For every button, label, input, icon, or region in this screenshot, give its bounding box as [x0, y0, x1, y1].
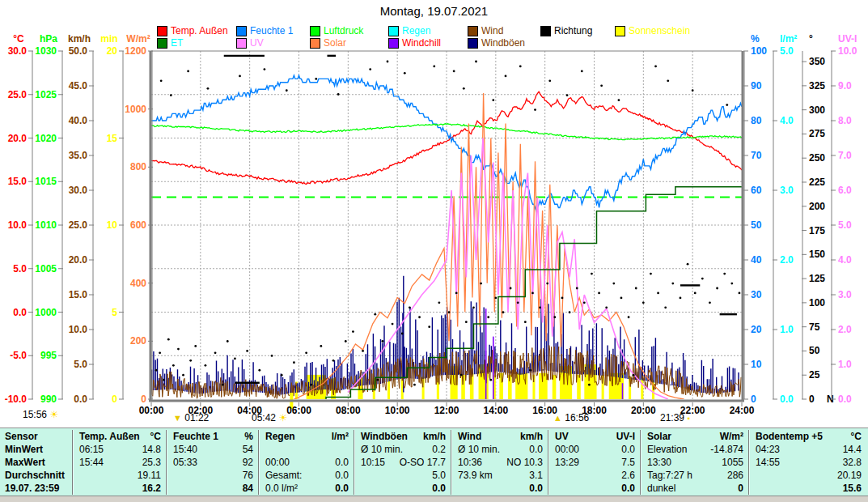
annotation-moon-set: ▼ 01:22: [173, 412, 209, 423]
axis-tick-label: 20: [107, 45, 118, 57]
axis-tick-label: 1005: [35, 263, 57, 274]
axis-tick-label: 0: [141, 394, 146, 405]
axis-tick-label: 35.0: [69, 150, 88, 161]
direction-dot: [305, 351, 307, 354]
direction-dot: [680, 297, 682, 300]
direction-dot: [480, 283, 482, 285]
direction-dot: [448, 311, 451, 313]
direction-dot: [566, 94, 569, 96]
direction-dot: [438, 301, 440, 304]
axis-tick-label: 990: [40, 394, 57, 405]
table-cell-value: 0.0: [335, 470, 349, 481]
direction-dot: [591, 273, 593, 275]
table-cell-value: 76: [243, 470, 253, 481]
axis-tick-label: 800: [130, 161, 146, 172]
direction-dot: [160, 79, 163, 82]
direction-dot: [369, 68, 371, 70]
direction-dot: [576, 287, 578, 290]
direction-dot: [524, 321, 527, 323]
axis-tick-label: 175: [809, 225, 825, 236]
direction-dot: [207, 87, 210, 90]
axis-tick-label: 3.0: [838, 289, 852, 300]
axis-tick-label: 0: [112, 394, 117, 405]
table-column-temp-au-en: Temp. Außen°C06:1514.815:4425.319.1116.2: [74, 428, 166, 496]
direction-dot: [320, 345, 322, 347]
direction-dot: [433, 66, 435, 68]
direction-dot: [739, 292, 741, 295]
axis-unit-label: min: [100, 33, 117, 45]
direction-dot: [553, 316, 556, 318]
direction-dot: [588, 384, 591, 386]
direction-dot: [529, 369, 531, 372]
x-axis-label: 10:00: [385, 405, 410, 416]
stats-table: SensorMinWertMaxWertDurchschnitt19.07. 2…: [0, 428, 868, 496]
axis-tick-label: 0: [751, 394, 756, 405]
table-cell-time: 15:44: [79, 457, 104, 468]
axis-tick-label: 1015: [35, 176, 57, 187]
table-cell-value: 0.0: [335, 457, 349, 468]
direction-dot: [167, 338, 170, 341]
axis-tick-label: 1010: [35, 219, 57, 231]
direction-dot: [455, 292, 458, 295]
direction-dot: [519, 66, 522, 68]
axis-unit-label: %: [751, 33, 760, 45]
direction-dot: [177, 348, 180, 351]
direction-dot: [392, 323, 394, 325]
table-cell-time: 10:15: [361, 457, 385, 468]
axis-tick-label: 3.0: [780, 185, 794, 196]
table-cell-time: 10:36: [458, 457, 482, 468]
axis-tick-label: 20.0: [69, 254, 88, 266]
table-cell-time: 05:33: [173, 457, 197, 468]
direction-dot: [453, 70, 455, 73]
axis-tick-label: 10.0: [8, 219, 28, 231]
direction-dot: [159, 351, 161, 354]
axis-tick-label: 5.0: [13, 263, 27, 274]
direction-dot: [687, 263, 689, 266]
axis-tick-label: 90: [751, 80, 762, 91]
axis-tick-label: 300: [809, 104, 825, 116]
direction-dot: [510, 287, 512, 290]
direction-dot: [701, 278, 704, 280]
direction-dot: [194, 345, 197, 347]
axis-tick-label: 10: [107, 219, 118, 231]
table-column-unit: km/h: [520, 431, 543, 442]
axis-tick-label: 1.0: [838, 359, 852, 370]
axis-tick-label: 0.0: [74, 394, 87, 405]
axis-tick-label: 6.0: [838, 185, 852, 196]
table-cell-time: 73.9 km: [458, 470, 493, 481]
direction-dot: [227, 340, 229, 342]
axis-tick-label: 1000: [125, 104, 146, 115]
direction-dot: [258, 369, 260, 372]
table-cell-value: 84: [243, 483, 253, 494]
table-cell-value: 14.8: [142, 444, 161, 455]
direction-dot: [709, 301, 711, 304]
direction-dot: [561, 297, 564, 300]
table-cell-value: -14.874: [710, 444, 743, 455]
table-cell-value: 14.4: [843, 444, 862, 455]
axis-tick-label: 1000: [35, 307, 57, 318]
direction-dot: [345, 340, 347, 342]
table-cell-value: NO 10.3: [506, 457, 543, 468]
axis-tick-label: 600: [130, 219, 146, 231]
axis-unit-label: °: [809, 33, 813, 45]
table-column-header: UV: [555, 431, 569, 442]
axis-tick-label: 30.0: [8, 45, 28, 57]
annotation-sunrise: 05:42 ☀: [252, 412, 287, 423]
direction-dot: [352, 330, 354, 333]
axis-tick-label: 275: [809, 128, 825, 139]
axis-tick-label: 125: [809, 273, 825, 284]
table-cell-time: Gesamt:: [265, 470, 302, 481]
x-axis-label: 08:00: [336, 405, 361, 416]
annotation-max-sun-time: 15:56 ☀: [23, 409, 58, 420]
table-column-uv: UVUV-I00:000.013:297.52.60.0: [549, 428, 640, 496]
axis-tick-label: 200: [130, 335, 146, 347]
axis-tick-label: 10: [751, 359, 762, 370]
table-cell-value: 0.0: [621, 483, 635, 494]
axis-unit-label: km/h: [68, 33, 91, 45]
axis-tick-label: -5.0: [10, 350, 27, 361]
axis-tick-label: 30: [751, 289, 762, 300]
table-column-unit: l/m²: [332, 431, 349, 442]
direction-dot: [387, 61, 389, 63]
table-column-regen: Regenl/m²00:000.0Gesamt:0.00.0 l/m²0.0: [260, 428, 354, 496]
direction-dot: [418, 316, 421, 318]
